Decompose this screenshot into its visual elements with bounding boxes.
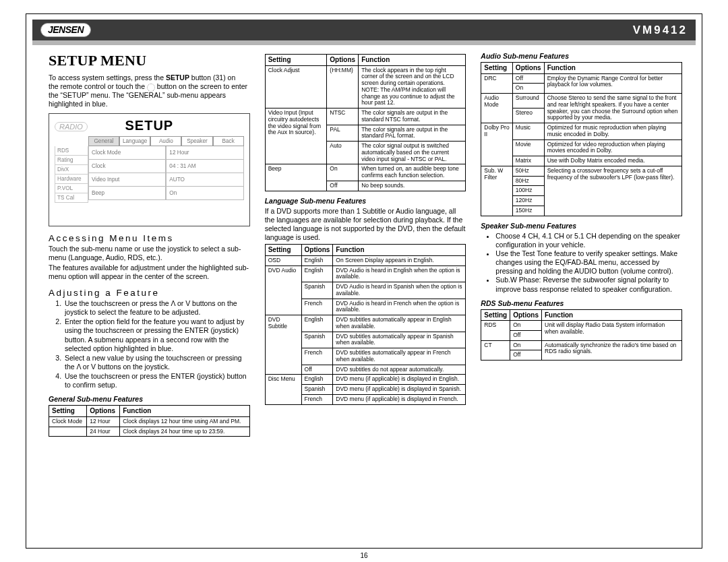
page-title: Setup Menu	[49, 52, 250, 69]
audio-submenu-heading: Audio Sub-menu Features	[481, 52, 682, 60]
header-bar: JENSEN VM9412	[32, 20, 696, 40]
intro-text: To access system settings, press the SET…	[49, 73, 250, 109]
language-table: SettingOptionsFunction OSDEnglishOn Scre…	[265, 244, 466, 405]
column-1: Setup Menu To access system settings, pr…	[49, 52, 250, 530]
setup-center-grid: Clock Mode12 Hour Clock04 : 31 AM Video …	[88, 146, 244, 203]
setup-screen-illustration: RADIO SETUP General Language Audio Speak…	[49, 113, 250, 226]
header-divider	[32, 40, 696, 45]
tab-back: Back	[213, 136, 244, 146]
brand-logo: JENSEN	[40, 23, 91, 37]
adjusting-steps: Use the touchscreen or press the Λ or V …	[49, 299, 250, 389]
general-submenu-heading: General Sub-menu Features	[49, 395, 250, 403]
page-number: 16	[0, 552, 728, 559]
accessing-text-2: The features available for adjustment un…	[49, 263, 250, 281]
rds-submenu-heading: RDS Sub-menu Features	[481, 299, 682, 307]
tab-audio: Audio	[150, 136, 181, 146]
language-intro: If a DVD supports more than 1 Subtitle o…	[265, 207, 466, 243]
tab-general: General	[88, 136, 119, 146]
column-2: SettingOptionsFunction Clock Adjust(HH:M…	[265, 52, 466, 530]
speaker-submenu-heading: Speaker Sub-menu Features	[481, 222, 682, 230]
model-number: VM9412	[633, 24, 688, 37]
language-submenu-heading: Language Sub-menu Features	[265, 197, 466, 205]
accessing-text-1: Touch the sub-menu name or use the joyst…	[49, 245, 250, 262]
column-3: Audio Sub-menu Features SettingOptionsFu…	[481, 52, 682, 530]
radio-label: RADIO	[55, 122, 88, 131]
audio-table: SettingOptionsFunction DRCOffEmploy the …	[481, 62, 682, 216]
rds-table: SettingOptionsFunction RDSOnUnit will di…	[481, 309, 682, 361]
setup-side-list: RDS Rating DivX Hardware P.VOL TS Cal	[55, 146, 88, 203]
setup-tabs: General Language Audio Speaker Back	[88, 136, 244, 146]
adjusting-heading: Adjusting a Feature	[49, 288, 250, 298]
general-table-part1: SettingOptionsFunction Clock Mode12 Hour…	[49, 405, 250, 437]
accessing-heading: Accessing Menu Items	[49, 233, 250, 243]
tab-speaker: Speaker	[181, 136, 212, 146]
speaker-bullets: Choose 4 CH, 4.1 CH or 5.1 CH depending …	[481, 232, 682, 294]
general-table-part2: SettingOptionsFunction Clock Adjust(HH:M…	[265, 54, 466, 191]
tab-language: Language	[119, 136, 150, 146]
